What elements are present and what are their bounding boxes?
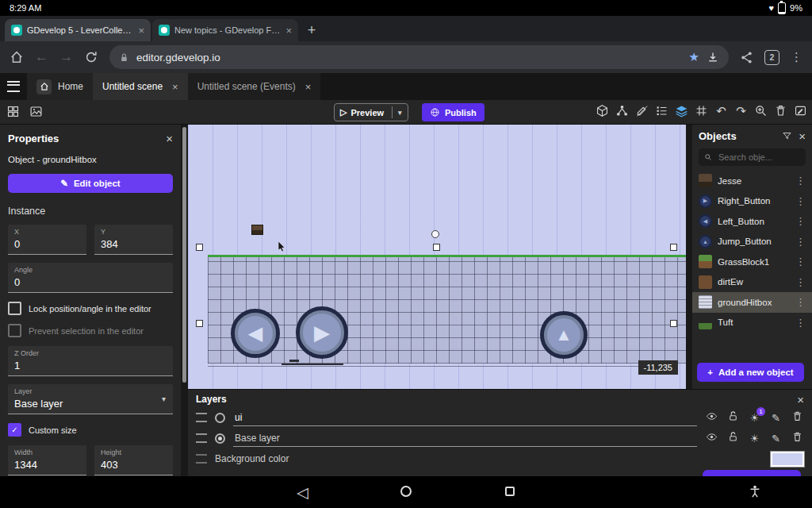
layer-name-field[interactable]: Base layer [233, 430, 697, 447]
lock-position-checkbox-row[interactable]: Lock position/angle in the editor [8, 302, 173, 315]
background-color-row[interactable]: Background color [188, 448, 812, 469]
edit-layer-pencil-icon[interactable]: ✎ [769, 433, 783, 444]
close-icon[interactable]: × [797, 393, 804, 406]
browser-tab-gdevelop[interactable]: GDevelop 5 - LeverCollection × [5, 19, 151, 41]
layer-select[interactable]: Layer Base layer ▾ [8, 384, 173, 414]
visibility-eye-icon[interactable] [705, 431, 718, 445]
object-row-right-button[interactable]: ▶ Right_Button ⋮ [692, 191, 812, 212]
checkbox-checked[interactable]: ✓ [8, 423, 21, 437]
angle-field[interactable]: Angle 0 [8, 263, 173, 293]
object-menu-icon[interactable]: ⋮ [795, 256, 806, 267]
new-tab-button[interactable]: + [300, 19, 324, 41]
tab-untitled-scene-events[interactable]: Untitled scene (Events) × [188, 73, 321, 100]
download-icon[interactable] [707, 51, 719, 64]
edit-object-button[interactable]: ✎ Edit object [8, 174, 173, 193]
accessibility-icon[interactable] [748, 484, 762, 498]
undo-icon[interactable]: ↶ [714, 104, 728, 117]
preview-button[interactable]: ▷ Preview ▾ [334, 103, 408, 121]
object-row-dirtew[interactable]: dirtEw ⋮ [692, 272, 812, 293]
rename-scene-icon[interactable] [794, 104, 807, 117]
layer-row-base[interactable]: Base layer ☀ ✎ [188, 428, 812, 448]
drag-handle-icon[interactable] [196, 433, 207, 443]
share-icon[interactable] [740, 51, 753, 64]
add-layer-button[interactable] [703, 470, 801, 476]
scene-canvas[interactable]: ◀ ▶ ▲ -11,235 [188, 125, 686, 389]
object-row-jump-button[interactable]: ▲ Jump_Button ⋮ [692, 232, 812, 252]
add-object-button[interactable]: + Add a new object [697, 363, 804, 382]
ground-hitbox-instance[interactable] [208, 257, 686, 364]
right-button-instance[interactable]: ▶ [296, 306, 348, 359]
url-bar[interactable]: editor.gdevelop.io ★ [109, 45, 729, 69]
object-row-jesse[interactable]: Jesse ⋮ [692, 171, 812, 191]
bookmark-star-icon[interactable]: ★ [689, 50, 699, 64]
jump-button-instance[interactable]: ▲ [540, 311, 588, 359]
rotation-handle[interactable] [431, 230, 439, 238]
tab-home[interactable]: Home [27, 73, 93, 100]
effects-sun-icon[interactable]: ☀ [748, 433, 761, 444]
object-menu-icon[interactable]: ⋮ [795, 195, 806, 207]
background-color-swatch[interactable] [771, 452, 804, 467]
selection-handle[interactable] [670, 320, 677, 327]
object-row-tuft[interactable]: Tuft ⋮ [692, 313, 812, 333]
z-order-field[interactable]: Z Order 1 [8, 346, 173, 376]
object-row-grassblock[interactable]: GrassBlock1 ⋮ [692, 252, 812, 272]
objects-list-icon[interactable] [655, 104, 668, 117]
custom-size-checkbox-row[interactable]: ✓ Custom size [8, 423, 173, 437]
home-icon[interactable] [10, 50, 24, 64]
instances-cube-icon[interactable] [596, 104, 609, 117]
layers-panel-icon[interactable] [675, 104, 688, 117]
jesse-instance[interactable] [251, 225, 263, 235]
edit-layer-pencil-icon[interactable]: ✎ [769, 412, 783, 424]
close-icon[interactable]: × [172, 81, 178, 93]
tab-switcher-button[interactable]: 2 [764, 50, 779, 65]
drag-handle-icon[interactable] [196, 413, 207, 422]
delete-icon[interactable] [774, 104, 787, 117]
close-icon[interactable]: × [305, 81, 312, 93]
checkbox-unchecked[interactable] [8, 302, 21, 315]
checkbox-disabled[interactable] [8, 324, 21, 337]
grid-icon[interactable] [695, 104, 708, 117]
lock-icon[interactable] [726, 410, 740, 425]
zoom-in-icon[interactable] [754, 104, 768, 117]
close-icon[interactable]: × [799, 129, 806, 143]
width-field[interactable]: Width 1344 [8, 445, 86, 475]
object-search-box[interactable] [699, 148, 806, 166]
object-row-groundhitbox[interactable]: groundHitbox ⋮ [692, 292, 812, 313]
visibility-eye-icon[interactable] [705, 410, 718, 425]
left-button-instance[interactable]: ◀ [231, 309, 280, 358]
publish-button[interactable]: Publish [422, 103, 485, 121]
layer-row-ui[interactable]: ui ☀ 1 ✎ [188, 407, 812, 428]
height-field[interactable]: Height 403 [94, 445, 173, 475]
effects-sun-icon[interactable]: ☀ 1 [748, 412, 761, 424]
delete-layer-icon[interactable] [791, 410, 804, 425]
y-field[interactable]: Y 384 [94, 225, 173, 255]
selection-handle[interactable] [433, 244, 440, 251]
selection-handle[interactable] [670, 244, 677, 251]
object-menu-icon[interactable]: ⋮ [795, 296, 806, 308]
x-field[interactable]: X 0 [8, 225, 86, 255]
reload-icon[interactable] [84, 50, 98, 64]
object-menu-icon[interactable]: ⋮ [795, 175, 806, 187]
scene-image-icon[interactable] [29, 105, 43, 118]
prevent-selection-checkbox-row[interactable]: Prevent selection in the editor [8, 324, 173, 337]
delete-layer-icon[interactable] [791, 431, 804, 445]
object-menu-icon[interactable]: ⋮ [795, 276, 806, 288]
close-icon[interactable]: × [166, 132, 173, 145]
object-row-left-button[interactable]: ◀ Left_Button ⋮ [692, 211, 812, 232]
nav-home-icon[interactable] [400, 486, 412, 497]
filter-icon[interactable] [782, 131, 792, 141]
layer-radio[interactable] [215, 413, 225, 423]
tab-untitled-scene[interactable]: Untitled scene × [93, 73, 188, 100]
tab-close-icon[interactable]: × [285, 25, 292, 37]
object-menu-icon[interactable]: ⋮ [795, 215, 806, 227]
object-menu-icon[interactable]: ⋮ [795, 236, 806, 248]
back-icon[interactable]: ← [35, 50, 48, 64]
panels-layout-icon[interactable] [6, 105, 20, 118]
object-menu-icon[interactable]: ⋮ [795, 317, 806, 329]
tab-close-icon[interactable]: × [138, 25, 144, 37]
browser-menu-icon[interactable]: ⋮ [791, 50, 802, 64]
object-groups-icon[interactable] [615, 104, 629, 117]
redo-icon[interactable]: ↷ [734, 104, 748, 117]
panel-scrollbar-thumb[interactable] [182, 127, 186, 383]
browser-tab-forum[interactable]: New topics - GDevelop Forum × [152, 19, 298, 41]
